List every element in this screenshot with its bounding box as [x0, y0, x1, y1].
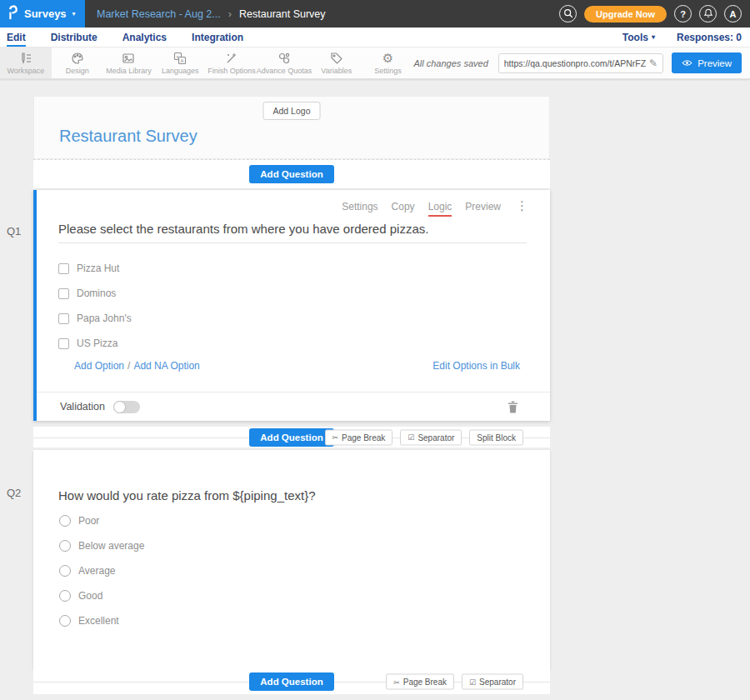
- question-mark-icon: ?: [680, 9, 686, 19]
- upgrade-now-button[interactable]: Upgrade Now: [584, 6, 667, 22]
- survey-title[interactable]: Restaurant Survey: [59, 127, 198, 146]
- option-label[interactable]: Papa John's: [77, 312, 132, 324]
- radio-icon[interactable]: [59, 515, 71, 527]
- page-break-button[interactable]: ✂ Page Break: [325, 429, 393, 445]
- q2-option-row[interactable]: Excellent: [58, 608, 550, 633]
- toolbar-languages[interactable]: x A Languages: [154, 48, 206, 78]
- survey-header-card: Add Logo Restaurant Survey: [33, 96, 550, 159]
- q1-option-row[interactable]: US Pizza: [58, 331, 550, 356]
- toolbar-settings[interactable]: ⚙ Settings: [362, 48, 414, 78]
- insert-label: Page Break: [342, 432, 385, 442]
- survey-canvas: Add Logo Restaurant Survey Add Question …: [33, 96, 550, 694]
- image-icon: [122, 52, 135, 65]
- q1-option-row[interactable]: Dominos: [58, 281, 550, 306]
- breadcrumb: Market Research - Aug 2... › Restaurant …: [97, 8, 326, 20]
- option-label[interactable]: Poor: [78, 515, 99, 527]
- add-question-button[interactable]: Add Question: [249, 428, 333, 447]
- top-bar: Surveys ▾ Market Research - Aug 2... › R…: [0, 0, 750, 28]
- option-label[interactable]: Dominos: [77, 288, 116, 299]
- toolbar-design[interactable]: Design: [52, 48, 103, 78]
- page-break-button[interactable]: ✂ Page Break: [386, 674, 454, 690]
- surveys-menu[interactable]: Surveys ▾: [0, 0, 85, 28]
- translate-icon: x A: [173, 52, 187, 65]
- gear-icon: ⚙: [382, 52, 393, 65]
- split-block-button[interactable]: Split Block: [469, 429, 523, 445]
- q2-question-text[interactable]: How would you rate pizza from ${piping_t…: [58, 450, 550, 502]
- q1-logic-link[interactable]: Logic: [428, 201, 452, 217]
- checkbox-icon[interactable]: [58, 313, 69, 324]
- toolbar-variables[interactable]: Variables: [311, 48, 362, 78]
- add-logo-button[interactable]: Add Logo: [263, 102, 321, 120]
- add-question-button[interactable]: Add Question: [249, 672, 333, 691]
- validation-toggle[interactable]: [113, 401, 140, 413]
- tab-analytics[interactable]: Analytics: [122, 28, 167, 47]
- q1-option-row[interactable]: Pizza Hut: [58, 256, 550, 281]
- breadcrumb-parent[interactable]: Market Research - Aug 2...: [97, 8, 221, 20]
- toolbar-label: Media Library: [106, 67, 152, 75]
- add-na-option-link[interactable]: Add NA Option: [133, 360, 199, 372]
- separator-button[interactable]: ☑ Separator: [400, 429, 462, 445]
- preview-button[interactable]: Preview: [672, 52, 742, 73]
- help-button[interactable]: ?: [674, 5, 692, 22]
- q1-option-actions: Add Option/Add NA Option Edit Options in…: [58, 360, 550, 372]
- option-label[interactable]: Pizza Hut: [77, 262, 119, 274]
- toolbar-media-library[interactable]: Media Library: [103, 48, 155, 78]
- q1-preview-link[interactable]: Preview: [465, 201, 501, 217]
- search-button[interactable]: [559, 5, 577, 22]
- insert-buttons: ✂ Page Break ☑ Separator Split Block: [325, 429, 524, 445]
- option-label[interactable]: Excellent: [78, 615, 119, 627]
- insert-label: Separator: [479, 678, 516, 687]
- notifications-button[interactable]: [699, 5, 717, 22]
- separator-button[interactable]: ☑ Separator: [462, 674, 523, 690]
- insert-strip-middle: Add Question ✂ Page Break ☑ Separator Sp…: [33, 427, 550, 448]
- checkbox-icon[interactable]: [58, 263, 69, 274]
- tab-integration[interactable]: Integration: [192, 28, 243, 47]
- radio-icon[interactable]: [59, 615, 71, 627]
- radio-icon[interactable]: [59, 540, 71, 552]
- search-icon: [563, 8, 573, 20]
- q2-option-row[interactable]: Average: [58, 558, 550, 583]
- edit-options-in-bulk-link[interactable]: Edit Options in Bulk: [432, 360, 520, 372]
- tab-distribute[interactable]: Distribute: [51, 28, 98, 47]
- question-card-q1: Settings Copy Logic Preview ⋮ Please sel…: [33, 190, 550, 421]
- q1-settings-link[interactable]: Settings: [342, 201, 378, 217]
- tab-edit[interactable]: Edit: [7, 28, 26, 47]
- q1-option-row[interactable]: Papa John's: [58, 306, 550, 331]
- add-question-button[interactable]: Add Question: [249, 165, 333, 183]
- add-option-link[interactable]: Add Option: [74, 360, 124, 372]
- q2-options: Poor Below average Average Good Excellen…: [58, 508, 550, 633]
- insert-label: Page Break: [403, 678, 447, 687]
- option-label[interactable]: Average: [78, 565, 115, 577]
- delete-question-trash-icon[interactable]: [508, 401, 518, 413]
- tools-menu[interactable]: Tools ▾: [622, 32, 655, 43]
- nav-right: Tools ▾ Responses: 0: [622, 28, 742, 47]
- account-avatar[interactable]: A: [724, 5, 742, 22]
- insert-strip-top: Add Question: [33, 159, 550, 188]
- option-label[interactable]: Below average: [78, 540, 144, 552]
- option-label[interactable]: Good: [78, 590, 102, 602]
- toolbar-workspace[interactable]: Workspace: [0, 48, 52, 78]
- insert-buttons: ✂ Page Break ☑ Separator: [386, 674, 523, 690]
- toolbar-advance-quotas[interactable]: Advance Quotas: [258, 48, 311, 78]
- checkbox-icon[interactable]: [58, 338, 69, 349]
- toolbar-finish-options[interactable]: Finish Options: [206, 48, 258, 78]
- radio-icon[interactable]: [59, 590, 71, 602]
- q1-copy-link[interactable]: Copy: [392, 201, 415, 217]
- svg-text:x: x: [177, 54, 179, 59]
- toolbar-label: Advance Quotas: [257, 67, 312, 75]
- app-menu-label: Surveys: [24, 8, 67, 20]
- q2-option-row[interactable]: Poor: [58, 508, 550, 533]
- save-status: All changes saved: [413, 58, 488, 68]
- insert-label: Split Block: [477, 432, 516, 442]
- q2-option-row[interactable]: Good: [58, 583, 550, 608]
- radio-icon[interactable]: [59, 565, 71, 577]
- kebab-menu-icon[interactable]: ⋮: [516, 201, 528, 211]
- validation-label: Validation: [60, 401, 105, 412]
- slash-separator: /: [128, 360, 130, 372]
- survey-url-input[interactable]: [504, 58, 646, 68]
- editor-toolbar: Workspace Design Media Library: [0, 48, 750, 79]
- option-label[interactable]: US Pizza: [77, 338, 118, 349]
- checkbox-icon[interactable]: [58, 288, 69, 299]
- edit-url-pencil-icon[interactable]: ✎: [649, 58, 658, 69]
- q2-option-row[interactable]: Below average: [58, 533, 550, 558]
